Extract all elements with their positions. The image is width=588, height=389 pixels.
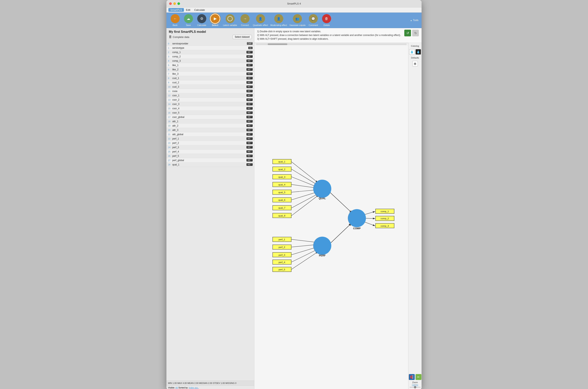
var-index: 9 xyxy=(168,81,172,84)
defaults-button-wrap: ⊞ xyxy=(412,61,418,66)
var-index: 19 xyxy=(168,125,172,127)
variable-row[interactable]: 2 comp_1 MET xyxy=(167,50,254,54)
diagram-canvas[interactable]: qual_1 qual_2 qual_3 qual_4 xyxy=(254,43,408,389)
variable-row[interactable]: 16 csor_5 MET xyxy=(167,111,254,115)
close-button[interactable] xyxy=(169,2,172,5)
var-index: 11 xyxy=(168,90,172,92)
indicator-qual1-label: qual_1 xyxy=(278,160,285,163)
variable-row[interactable]: 17 csor_global MET xyxy=(167,115,254,119)
traffic-lights xyxy=(169,2,180,5)
zoom-control: Zoom (100%) xyxy=(410,381,420,388)
lv-perf-label: PERF xyxy=(319,254,326,257)
indicator-qual4-label: qual_4 xyxy=(278,183,285,186)
indicator-perf5-label: perf_5 xyxy=(279,268,285,271)
variable-row[interactable]: 11 cusa MET xyxy=(167,89,254,93)
var-name: attr_3 xyxy=(172,129,246,131)
select-dataset-button[interactable]: Select dataset xyxy=(233,35,252,39)
reset-button[interactable]: ↻ xyxy=(412,30,419,36)
canvas-instructions: 1) Double-click in empty space to create… xyxy=(254,28,421,43)
latent-variable-button[interactable]: Latent variable xyxy=(223,14,237,26)
var-type-badge: MET xyxy=(247,133,252,135)
back-label: Back xyxy=(173,24,177,26)
select-button[interactable]: ▶ Select xyxy=(210,14,221,26)
sidebar: My first SmartPLS model 🗄 Complete data … xyxy=(167,28,254,389)
variable-row[interactable]: 18 attr_1 MET xyxy=(167,119,254,124)
variable-row[interactable]: 15 csor_4 MET xyxy=(167,106,254,111)
indicator-perf4-label: perf_4 xyxy=(279,261,285,263)
variable-row[interactable]: 8 cusl_1 MET xyxy=(167,76,254,80)
scrollbar-thumb[interactable] xyxy=(268,43,287,45)
indicator-comp2-label: comp_2 xyxy=(381,217,389,220)
canvas-action-buttons: ↺ ↻ xyxy=(404,30,419,36)
variable-row[interactable]: 24 perf_3 MET xyxy=(167,145,254,150)
zoom-slider-thumb[interactable] xyxy=(414,386,416,389)
variable-row[interactable]: 25 perf_4 MET xyxy=(167,150,254,154)
canvas-scroll[interactable]: qual_1 qual_2 qual_3 qual_4 xyxy=(254,43,408,389)
calculate-button[interactable]: ⚙ Calculate xyxy=(196,14,207,26)
variable-row[interactable]: 3 comp_2 MET xyxy=(167,54,254,59)
variable-row[interactable]: 0 serviceprovider CAT xyxy=(167,41,254,46)
variable-row[interactable]: 22 perf_1 MET xyxy=(167,136,254,141)
variable-row[interactable]: 13 csor_2 MET xyxy=(167,98,254,102)
var-name: cusl_3 xyxy=(172,85,246,88)
variable-row[interactable]: 28 qual_1 MET xyxy=(167,162,254,167)
menu-calculate[interactable]: Calculate xyxy=(192,8,207,12)
var-index: 10 xyxy=(168,86,172,88)
variable-row[interactable]: 10 cusl_3 MET xyxy=(167,85,254,89)
menu-smartpls[interactable]: SmartPLS xyxy=(168,8,184,12)
delete-button[interactable]: 🗑 Delete xyxy=(321,14,332,26)
indicator-qual3-label: qual_3 xyxy=(278,175,285,178)
maximize-button[interactable] xyxy=(177,2,180,5)
variable-row[interactable]: 27 perf_global MET xyxy=(167,158,254,162)
variable-row[interactable]: 14 csor_3 MET xyxy=(167,102,254,106)
sidebar-visible-row: Visible: All Sorted by: Index asc. xyxy=(167,386,254,389)
lv-qual[interactable] xyxy=(313,180,331,198)
minimize-button[interactable] xyxy=(173,2,176,5)
color-btn-1[interactable]: 💧 xyxy=(409,49,415,55)
lv-comp-label: COMP xyxy=(353,227,361,230)
variable-row[interactable]: 4 comp_3 MET xyxy=(167,59,254,63)
tools-toggle[interactable]: Tools xyxy=(410,19,419,22)
variable-row[interactable]: 21 attr_global MET xyxy=(167,132,254,136)
visible-all-link[interactable]: All xyxy=(175,387,178,389)
refresh-button[interactable]: ↺ xyxy=(404,30,411,36)
quadratic-effect-button[interactable]: 👤 Quadratic effect xyxy=(253,14,268,26)
variable-row[interactable]: 23 perf_2 MET xyxy=(167,141,254,145)
connect-button[interactable]: → Connect xyxy=(239,14,251,26)
lv-perf[interactable] xyxy=(313,236,331,255)
dataset-row: 🗄 Complete data Select dataset xyxy=(169,35,252,39)
zoom-value[interactable]: (100%) xyxy=(412,384,418,386)
comment-button[interactable]: 💬 Comment xyxy=(308,14,319,26)
variable-row[interactable]: 7 like_3 MET xyxy=(167,72,254,76)
gaussian-copula-button[interactable]: 👥 Gaussian copula xyxy=(289,14,305,26)
variable-row[interactable]: 6 like_2 MET xyxy=(167,67,254,72)
save-button[interactable]: ☁ Save xyxy=(183,14,194,26)
tools-label: Tools xyxy=(413,19,419,22)
variable-row[interactable]: 20 attr_3 MET xyxy=(167,128,254,132)
variable-row[interactable]: 19 attr_2 MET xyxy=(167,124,254,128)
var-name: perf_global xyxy=(172,159,246,162)
variable-row[interactable]: 1 servicetype 0|1 xyxy=(167,46,254,50)
zoom-slider[interactable] xyxy=(410,387,420,388)
moderating-effect-button[interactable]: 👤 Moderating effect xyxy=(270,14,287,26)
pencil-button[interactable]: ✏ xyxy=(416,374,421,380)
var-index: 8 xyxy=(168,77,172,79)
magnet-button[interactable]: 🧲 xyxy=(409,374,415,380)
coloring-label: Coloring xyxy=(411,45,419,47)
color-btn-2[interactable]: 💧 xyxy=(416,49,421,55)
variable-row[interactable]: 12 csor_1 MET xyxy=(167,93,254,98)
horizontal-scrollbar[interactable] xyxy=(256,43,407,45)
back-button[interactable]: ← Back xyxy=(169,14,181,26)
variable-row[interactable]: 5 like_1 MET xyxy=(167,63,254,67)
var-index: 26 xyxy=(168,155,172,157)
canvas-main[interactable]: qual_1 qual_2 qual_3 qual_4 xyxy=(254,43,408,389)
lv-qual-label: QUAL xyxy=(319,197,326,200)
defaults-btn[interactable]: ⊞ xyxy=(412,61,418,66)
sorted-by-link[interactable]: Index asc. xyxy=(189,387,199,389)
bottom-tools: 🧲 ✏ Zoom (100%) xyxy=(409,374,421,388)
menu-edit[interactable]: Edit xyxy=(184,8,192,12)
variable-row[interactable]: 26 perf_5 MET xyxy=(167,154,254,158)
variable-row[interactable]: 9 cusl_2 MET xyxy=(167,80,254,85)
lv-comp[interactable] xyxy=(348,209,366,227)
var-index: 18 xyxy=(168,120,172,123)
